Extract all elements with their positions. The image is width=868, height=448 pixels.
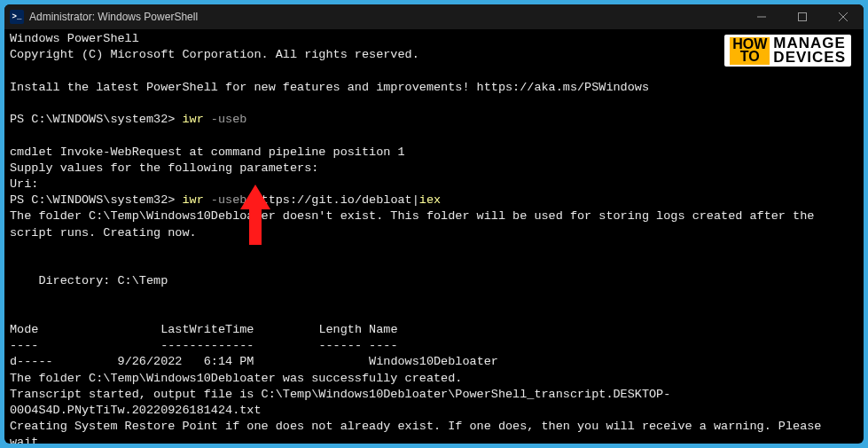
directory-label: Directory: C:\Temp xyxy=(10,274,168,287)
table-header: Mode LastWriteTime Length Name xyxy=(10,323,398,336)
titlebar[interactable]: >_ Administrator: Windows PowerShell xyxy=(4,4,864,29)
powershell-window: >_ Administrator: Windows PowerShell Win… xyxy=(4,4,864,444)
output-line: Windows PowerShell xyxy=(10,32,139,45)
table-row: d----- 9/26/2022 6:14 PM Windows10Debloa… xyxy=(10,355,498,368)
command: iwr xyxy=(182,113,210,126)
output-line: Supply values for the following paramete… xyxy=(10,161,318,175)
output-line: Transcript started, output file is C:\Te… xyxy=(10,388,670,417)
window-controls xyxy=(741,4,864,29)
window-title: Administrator: Windows PowerShell xyxy=(29,11,198,23)
pipe: | xyxy=(412,193,419,207)
output-line: cmdlet Invoke-WebRequest at command pipe… xyxy=(10,145,405,159)
command-flag: -useb xyxy=(211,193,254,207)
output-line: Creating System Restore Point if one doe… xyxy=(10,420,829,444)
terminal-output[interactable]: Windows PowerShell Copyright (C) Microso… xyxy=(4,29,864,444)
output-line: The folder C:\Temp\Windows10Debloater do… xyxy=(10,209,821,239)
command: iex xyxy=(419,193,441,207)
command: iwr xyxy=(182,193,210,207)
output-line: Install the latest PowerShell for new fe… xyxy=(10,81,649,94)
logo-badge: HOW TO MANAGE DEVICES xyxy=(723,33,853,68)
output-line: Copyright (C) Microsoft Corporation. All… xyxy=(10,48,419,61)
prompt-ps: PS xyxy=(10,113,31,126)
powershell-icon: >_ xyxy=(10,10,24,24)
close-button[interactable] xyxy=(823,4,864,29)
prompt-path: C:\WINDOWS\system32> xyxy=(31,113,182,126)
prompt-path: C:\WINDOWS\system32> xyxy=(31,193,182,207)
logo-how-to: HOW TO xyxy=(730,37,770,65)
titlebar-left: >_ Administrator: Windows PowerShell xyxy=(10,10,198,24)
minimize-button[interactable] xyxy=(741,4,782,29)
maximize-button[interactable] xyxy=(782,4,823,29)
table-header-underline: ---- ------------- ------ ---- xyxy=(10,339,398,352)
logo-text: MANAGE DEVICES xyxy=(773,36,846,65)
output-line: Uri: xyxy=(10,177,38,191)
command-url: https://git.io/debloat xyxy=(254,193,411,207)
prompt-ps: PS xyxy=(10,193,31,207)
command-flag: -useb xyxy=(211,113,247,126)
svg-rect-1 xyxy=(799,13,807,21)
output-line: The folder C:\Temp\Windows10Debloater wa… xyxy=(10,372,462,385)
